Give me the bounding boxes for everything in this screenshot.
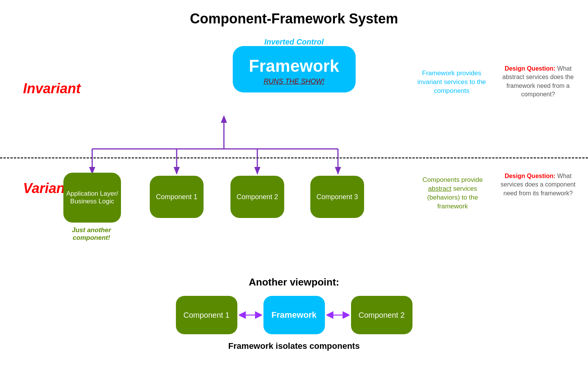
component3-box: Component 3 [310,176,364,218]
bottom-framework-label: Framework [272,310,316,320]
svg-marker-8 [174,167,180,175]
arrow-left-connector [239,309,262,321]
bottom-diagram: Component 1 Framework [176,296,412,334]
annotation-components-text: Components provide abstract services (be… [422,176,483,210]
svg-marker-10 [335,167,341,175]
just-another-label: Just another component! [61,226,122,242]
arrow-right-connector [326,309,349,321]
component3-label: Component 3 [316,193,358,201]
svg-marker-6 [221,115,227,123]
another-viewpoint-title: Another viewpoint: [0,276,588,288]
framework-subtitle: RUNS THE SHOW! [240,78,348,86]
bottom-component2-box: Component 2 [351,296,412,334]
design-q2-title: Design Question: [505,173,555,179]
bottom-caption: Framework isolates components [0,341,588,351]
bottom-section: Another viewpoint: Component 1 [0,276,588,351]
main-diagram: Inverted Control Framework RUNS THE SHOW… [0,35,588,272]
bottom-framework-box: Framework [263,296,325,334]
variant-label: Variant [23,180,70,196]
annotation-design-q2: Design Question: What services does a co… [500,172,576,198]
component2-box: Component 2 [230,176,284,218]
annotation-components: Components provide abstract services (be… [415,176,490,211]
dashed-divider [0,157,588,158]
component1-label: Component 1 [156,193,197,201]
app-component-box: Application Layer/ Business Logic [63,173,121,223]
bottom-component1-box: Component 1 [176,296,237,334]
inverted-control-label: Inverted Control [264,38,323,46]
page-title: Component-Framework System [0,0,588,35]
framework-box: Framework RUNS THE SHOW! [233,46,356,92]
annotation-design-q1: Design Question: What abstract services … [500,64,576,99]
framework-title: Framework [240,57,348,75]
component2-label: Component 2 [237,193,278,201]
app-component-label: Application Layer/ Business Logic [63,190,121,205]
bottom-component1-label: Component 1 [183,311,229,320]
design-q1-title: Design Question: [505,65,555,72]
bottom-component2-label: Component 2 [358,311,404,320]
annotation-framework: Framework provides invariant services to… [415,69,488,96]
svg-marker-9 [254,167,260,175]
invariant-label: Invariant [23,81,81,97]
component1-box: Component 1 [150,176,204,218]
